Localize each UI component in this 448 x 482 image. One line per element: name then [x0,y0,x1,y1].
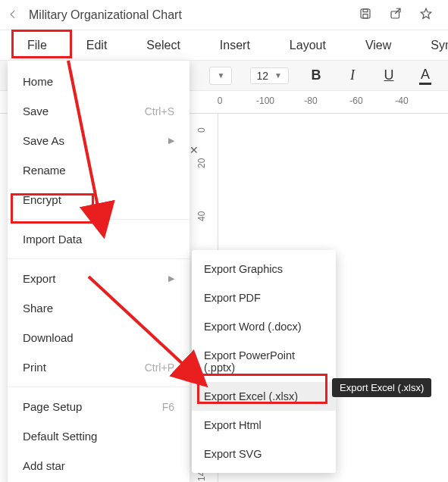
chevron-right-icon: ▶ [168,136,174,146]
menu-edit[interactable]: Edit [73,34,121,57]
menu-item-export-graphics[interactable]: Export Graphics [192,255,336,283]
menu-item-export-html[interactable]: Export Html [192,411,336,440]
document-title: Military Organizational Chart [29,8,359,22]
menu-separator [8,219,190,220]
font-size-value: 12 [257,70,269,82]
font-size-selector[interactable]: 12 ▼ [250,67,289,84]
chevron-down-icon: ▼ [218,71,225,80]
bold-button[interactable]: B [307,67,325,83]
shortcut-label: Ctrl+P [145,362,174,374]
export-submenu: Export Graphics Export PDF Export Word (… [192,250,336,473]
menu-item-save[interactable]: SaveCtrl+S [8,96,190,126]
star-icon[interactable] [419,7,433,23]
menu-symbol[interactable]: Symb [417,34,448,57]
menu-item-export-powerpoint[interactable]: Export PowerPoint (.pptx) [192,341,336,382]
menu-item-export-word[interactable]: Export Word (.docx) [192,312,336,341]
menu-view[interactable]: View [352,34,405,57]
menu-bar: File Edit Select Insert Layout View Symb [0,30,448,61]
style-dropdown[interactable]: ▼ [209,67,232,85]
menu-item-download[interactable]: Download [8,323,190,352]
svg-rect-3 [391,11,399,18]
chevron-right-icon: ▶ [168,274,174,283]
title-bar: Military Organizational Chart [0,0,448,30]
tooltip-export-excel: Export Excel (.xlsx) [332,378,431,397]
menu-item-export-svg[interactable]: Export SVG [192,440,336,468]
menu-insert[interactable]: Insert [206,34,264,57]
menu-file[interactable]: File [14,34,61,57]
menu-select[interactable]: Select [133,34,193,57]
close-icon[interactable]: ✕ [190,144,199,156]
underline-button[interactable]: U [380,67,398,83]
menu-layout[interactable]: Layout [276,34,340,57]
svg-rect-2 [363,14,368,17]
menu-item-print[interactable]: PrintCtrl+P [8,352,190,382]
menu-item-share[interactable]: Share [8,293,190,323]
menu-item-default-setting[interactable]: Default Setting [8,421,190,451]
menu-item-rename[interactable]: Rename [8,155,190,185]
svg-rect-0 [361,9,370,18]
menu-item-page-setup[interactable]: Page SetupF6 [8,392,190,421]
file-dropdown-menu: Home SaveCtrl+S Save As▶ Rename Encrypt … [8,61,190,482]
menu-separator [8,387,190,387]
font-color-button[interactable]: A [416,67,434,85]
menu-item-home[interactable]: Home [8,67,190,96]
chevron-down-icon: ▼ [274,71,282,80]
menu-item-export-pdf[interactable]: Export PDF [192,283,336,312]
save-icon[interactable] [359,7,372,23]
shortcut-label: Ctrl+S [145,105,174,117]
menu-item-encrypt[interactable]: Encrypt [8,185,190,214]
menu-item-export[interactable]: Export▶ [8,264,190,293]
menu-item-add-star[interactable]: Add star [8,451,190,480]
italic-button[interactable]: I [343,67,362,83]
shortcut-label: F6 [162,401,174,413]
menu-separator [8,258,190,259]
back-chevron-icon[interactable] [8,6,21,23]
svg-rect-1 [363,9,368,12]
share-icon[interactable] [389,7,403,23]
menu-item-import-data[interactable]: Import Data [8,224,190,254]
menu-item-export-excel[interactable]: Export Excel (.xlsx) [192,382,336,411]
menu-item-save-as[interactable]: Save As▶ [8,126,190,155]
